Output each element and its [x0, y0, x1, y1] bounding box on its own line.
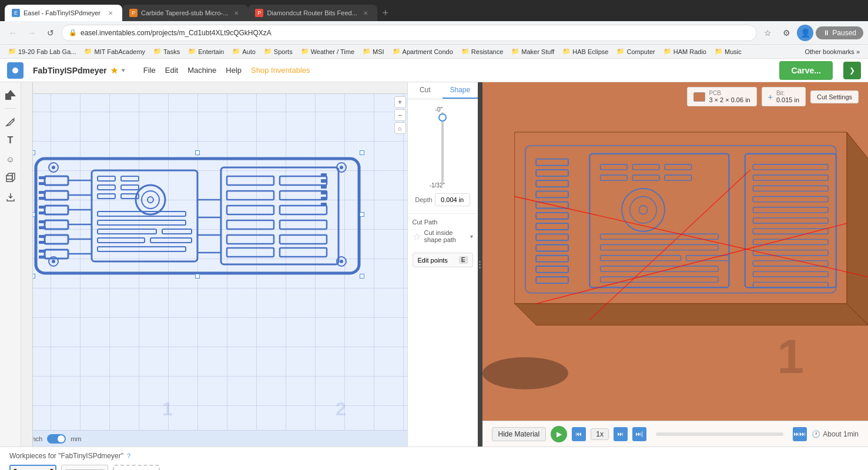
tab-close-2[interactable]: ✕ [232, 8, 241, 18]
carve-button[interactable]: Carve... [779, 61, 833, 80]
svg-point-35 [148, 197, 153, 203]
menu-file[interactable]: File [143, 63, 156, 77]
step-back-button[interactable]: ⏮ [572, 427, 586, 441]
workpieces-help-icon[interactable]: ? [127, 452, 130, 459]
tab-easel[interactable]: E Easel - FabTinyISPdmeyer ✕ [5, 5, 122, 21]
folder-icon: 📁 [393, 48, 401, 55]
hide-material-button[interactable]: Hide Material [492, 427, 547, 441]
menu-machine[interactable]: Machine [187, 63, 216, 77]
tab-close-3[interactable]: ✕ [361, 8, 370, 18]
depth-input[interactable] [435, 193, 470, 206]
svg-rect-39 [162, 229, 192, 234]
canvas-area[interactable]: 1 2 + − ⌂ inch [21, 82, 407, 446]
selection-handle-top[interactable] [195, 150, 200, 155]
bookmark-entertain[interactable]: 📁 Entertain [185, 46, 227, 56]
import-tool-button[interactable] [2, 189, 19, 205]
step-forward-button[interactable]: ⏭ [614, 427, 628, 441]
svg-rect-48 [227, 206, 274, 214]
zoom-out-button[interactable]: − [394, 109, 406, 121]
address-text: easel.inventables.com/projects/m_Cd1ubt4… [81, 29, 272, 37]
panel-splitter[interactable] [478, 82, 482, 446]
folder-icon: 📁 [616, 48, 625, 55]
splitter-dot [479, 264, 481, 266]
bookmark-ham[interactable]: 📁 HAM Radio [660, 46, 710, 56]
tab-carbide[interactable]: P Carbide Tapered-stub Micro-... ✕ [122, 5, 248, 21]
bookmark-resistance[interactable]: 📁 Resistance [458, 46, 507, 56]
emoji-tool-button[interactable]: ☺ [2, 151, 19, 167]
tab-close-1[interactable]: ✕ [106, 8, 115, 18]
bookmark-weather[interactable]: 📁 Weather / Time [297, 46, 358, 56]
bookmark-hab[interactable]: 📁 HAB Eclipse [559, 46, 612, 56]
svg-rect-46 [227, 191, 274, 200]
forward-button[interactable]: → [24, 25, 40, 41]
3d-pcb-svg: 1 [482, 112, 869, 421]
menu-help[interactable]: Help [226, 63, 242, 77]
cut-settings-button[interactable]: Cut Settings [810, 90, 859, 103]
workpiece-1[interactable]: 1 2 [9, 465, 56, 470]
depth-slider-thumb[interactable] [438, 113, 447, 122]
workpiece-2[interactable]: 1 2 [61, 465, 108, 470]
shapes-tool-button[interactable] [2, 87, 19, 103]
jump-to-end-button[interactable]: ⏭⏭ [793, 427, 807, 441]
3d-object-tool-button[interactable] [2, 170, 19, 186]
bottom-bar: inch mm [21, 430, 407, 446]
bookmark-msi[interactable]: 📁 MSI [359, 46, 388, 56]
zoom-fit-button[interactable]: ⌂ [394, 122, 406, 134]
depth-slider-track[interactable] [441, 112, 444, 183]
add-workpiece-button[interactable]: + [113, 465, 160, 470]
carve-dropdown-button[interactable]: ❯ [843, 62, 861, 79]
svg-rect-42 [98, 247, 186, 251]
address-bar[interactable]: 🔒 easel.inventables.com/projects/m_Cd1ub… [61, 25, 757, 41]
refresh-button[interactable]: ↺ [42, 25, 59, 41]
tab-cut[interactable]: Cut [408, 82, 443, 99]
other-bookmarks[interactable]: Other bookmarks » [802, 47, 864, 56]
bookmark-auto[interactable]: 📁 Auto [229, 46, 259, 56]
pcb-design[interactable] [33, 153, 362, 276]
bookmark-mit[interactable]: 📁 MIT FabAcademy [81, 46, 149, 56]
svg-rect-77 [321, 191, 327, 194]
workpiece-2-preview [62, 465, 108, 470]
menu-shop[interactable]: Shop Inventables [251, 63, 310, 77]
bookmark-tasks[interactable]: 📁 Tasks [150, 46, 183, 56]
cut-path-star-icon[interactable]: ☆ [413, 231, 421, 242]
favorite-star-icon[interactable]: ★ [110, 66, 118, 75]
bookmark-fablab[interactable]: 📁 19-20 Fab Lab Ga... [5, 46, 79, 56]
tab-bar: E Easel - FabTinyISPdmeyer ✕ P Carbide T… [0, 0, 868, 21]
folder-icon: 📁 [511, 48, 520, 55]
extensions-button[interactable]: ⚙ [778, 25, 795, 41]
back-button[interactable]: ← [5, 25, 21, 41]
bit-plus-icon[interactable]: + [768, 92, 773, 102]
text-tool-button[interactable]: T [2, 132, 19, 149]
tab-title-3: Diamondcut Router Bits Feed... [267, 9, 357, 16]
play-button[interactable]: ▶ [551, 426, 567, 442]
selection-handle-bottom[interactable] [195, 274, 200, 278]
unit-toggle[interactable] [47, 434, 66, 444]
profile-button[interactable]: 👤 [797, 25, 813, 41]
toggle-knob [58, 435, 65, 442]
svg-rect-21 [39, 226, 46, 229]
playback-progress-bar[interactable] [656, 432, 783, 436]
bookmark-sports[interactable]: 📁 Sports [260, 46, 296, 56]
depth-slider-container: -0" -1/32" [441, 106, 444, 189]
tab-shape[interactable]: Shape [443, 82, 478, 99]
tab-diamond[interactable]: P Diamondcut Router Bits Feed... ✕ [248, 5, 377, 21]
selection-handle-right[interactable] [360, 212, 364, 217]
cut-path-dropdown-icon[interactable]: ▾ [470, 233, 473, 240]
zoom-in-button[interactable]: + [394, 96, 406, 108]
bookmark-music[interactable]: 📁 Music [711, 46, 745, 56]
bookmark-apartment[interactable]: 📁 Apartment Condo [389, 46, 457, 56]
pen-tool-button[interactable] [2, 113, 19, 130]
edit-points-button[interactable]: Edit points E [413, 253, 473, 267]
pcb-color-swatch[interactable] [693, 92, 705, 102]
star-button[interactable]: ☆ [759, 25, 776, 41]
svg-rect-37 [98, 220, 186, 225]
skip-to-end-button[interactable]: ⏭| [632, 427, 646, 441]
selection-handle-topright[interactable] [360, 150, 364, 155]
title-dropdown-icon[interactable]: ▾ [122, 67, 125, 73]
menu-edit[interactable]: Edit [165, 63, 178, 77]
bookmark-computer[interactable]: 📁 Computer [613, 46, 658, 56]
selection-handle-bottomright[interactable] [360, 274, 364, 278]
svg-rect-20 [39, 220, 46, 223]
bookmark-maker[interactable]: 📁 Maker Stuff [508, 46, 558, 56]
new-tab-button[interactable]: + [377, 5, 394, 21]
